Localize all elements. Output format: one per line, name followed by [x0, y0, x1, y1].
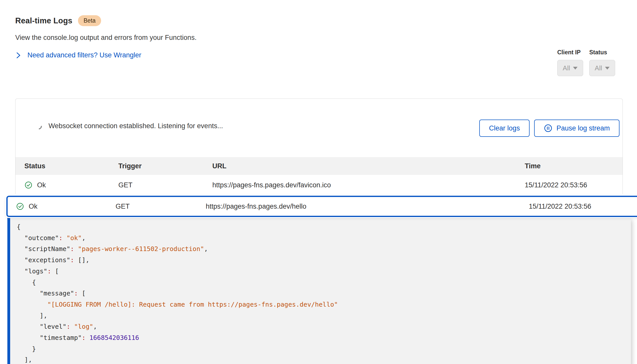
- log-card: Websocket connection established. Listen…: [15, 98, 623, 195]
- code-line: "scriptName": "pages-worker--611502-prod…: [17, 243, 631, 255]
- code-line: "exceptions": [],: [17, 255, 631, 266]
- filters: Client IP All Status All: [557, 49, 615, 76]
- row-url: https://pages-fns.pages.dev/hello: [206, 203, 306, 210]
- row-trigger: GET: [116, 203, 130, 210]
- pause-circle-icon: [544, 124, 552, 133]
- code-line: "outcome": "ok",: [17, 233, 631, 244]
- filter-status-value: All: [595, 64, 602, 72]
- code-line: "[LOGGING FROM /hello]: Request came fro…: [17, 299, 631, 310]
- filter-client-ip: Client IP All: [557, 49, 583, 76]
- column-url: URL: [212, 162, 227, 170]
- code-line: "timestamp": 1668542036116: [17, 332, 631, 343]
- row-status-label: Ok: [37, 181, 46, 189]
- row-status-label: Ok: [29, 203, 38, 210]
- code-line: ],: [17, 310, 631, 321]
- column-status: Status: [24, 162, 45, 170]
- realtime-logs-page: Real-time Logs Beta View the console.log…: [0, 0, 637, 364]
- table-row[interactable]: Ok GET https://pages-fns.pages.dev/favic…: [15, 175, 623, 195]
- clear-logs-button[interactable]: Clear logs: [479, 120, 530, 137]
- table-row-expanded[interactable]: Ok GET https://pages-fns.pages.dev/hello…: [6, 196, 637, 217]
- check-circle-icon: [16, 202, 24, 210]
- code-line: "logs": [: [17, 266, 631, 277]
- stream-status-text: Websocket connection established. Listen…: [49, 122, 223, 130]
- caret-down-icon: [573, 67, 578, 70]
- row-url: https://pages-fns.pages.dev/favicon.ico: [212, 181, 331, 189]
- filter-client-ip-value: All: [563, 64, 570, 72]
- stream-bar: Websocket connection established. Listen…: [15, 99, 623, 157]
- code-line: }: [17, 343, 631, 355]
- row-status: Ok: [24, 181, 46, 189]
- code-line: "level": "log",: [17, 321, 631, 332]
- clear-logs-label: Clear logs: [489, 124, 520, 132]
- filter-client-ip-select[interactable]: All: [557, 60, 583, 76]
- filter-status-select[interactable]: All: [589, 60, 615, 76]
- row-time: 15/11/2022 20:53:56: [525, 181, 587, 189]
- caret-down-icon: [605, 67, 610, 70]
- beta-badge: Beta: [78, 15, 101, 26]
- code-line: ],: [17, 354, 631, 364]
- code-line: "message": [: [17, 288, 631, 299]
- stream-actions: Clear logs Pause log stream: [479, 120, 619, 137]
- log-detail-panel: { "outcome": "ok", "scriptName": "pages-…: [7, 218, 631, 364]
- table-header: Status Trigger URL Time: [15, 157, 623, 175]
- filter-status: Status All: [589, 49, 615, 76]
- code-line: {: [17, 277, 631, 288]
- row-trigger: GET: [118, 181, 133, 189]
- check-circle-icon: [24, 181, 33, 189]
- spinner-icon: [34, 121, 43, 131]
- filter-client-ip-label: Client IP: [557, 49, 583, 56]
- page-subtitle: View the console.log output and errors f…: [15, 34, 197, 42]
- pause-log-stream-label: Pause log stream: [556, 124, 610, 132]
- row-time: 15/11/2022 20:53:56: [529, 203, 591, 210]
- row-status: Ok: [16, 202, 38, 210]
- advanced-filters-link[interactable]: Need advanced filters? Use Wrangler: [15, 51, 141, 59]
- chevron-right-icon: [15, 52, 21, 59]
- page-title: Real-time Logs: [15, 16, 72, 25]
- log-json-code: { "outcome": "ok", "scriptName": "pages-…: [17, 221, 631, 364]
- pause-log-stream-button[interactable]: Pause log stream: [534, 120, 619, 137]
- column-trigger: Trigger: [118, 162, 142, 170]
- page-header: Real-time Logs Beta View the console.log…: [15, 15, 197, 59]
- stream-status: Websocket connection established. Listen…: [35, 122, 223, 130]
- filter-status-label: Status: [589, 49, 615, 56]
- advanced-filters-label: Need advanced filters? Use Wrangler: [27, 51, 141, 59]
- column-time: Time: [525, 162, 541, 170]
- code-line: {: [17, 221, 631, 233]
